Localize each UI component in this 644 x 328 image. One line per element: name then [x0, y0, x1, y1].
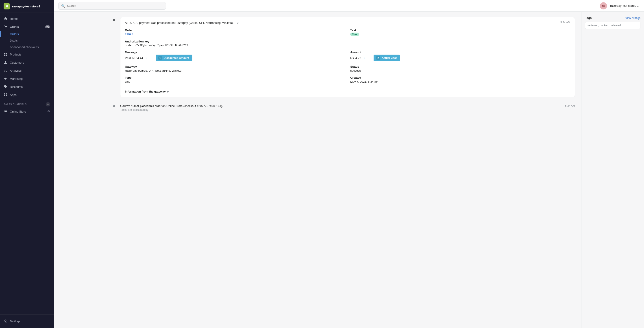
discounts-label: Discounts — [10, 85, 23, 89]
message-annotation-row: Paid INR 4.44 ← 1 Discounted Amount — [125, 55, 345, 61]
annotation1-label: Discounted Amount — [164, 56, 189, 60]
payment-chevron-button[interactable]: ▾ — [236, 21, 240, 25]
detail-message: Message Paid INR 4.44 ← 1 Discounted Amo… — [125, 51, 345, 61]
order-placed-sub: Taxes are calculated by — [120, 108, 223, 111]
auth-key-label: Authorization key — [125, 40, 570, 43]
add-sales-channel-button[interactable]: + — [46, 102, 50, 106]
status-label: Status — [350, 65, 570, 68]
order-link[interactable]: #1095 — [125, 33, 133, 36]
products-icon — [4, 52, 8, 56]
marketing-icon — [4, 77, 8, 81]
amount-label: Amount — [350, 51, 570, 54]
order-placed-text: Gaurav Kumar placed this order on Online… — [120, 104, 223, 111]
sidebar-item-orders[interactable]: Orders 95 — [0, 23, 54, 31]
info-chevron-icon: ▶ — [167, 90, 169, 93]
sidebar-item-apps[interactable]: Apps — [0, 91, 54, 99]
annotation1-arrow: ← — [145, 56, 149, 60]
user-avatar[interactable]: rA — [600, 2, 607, 10]
order-placed-title: Gaurav Kumar placed this order on Online… — [120, 104, 223, 108]
info-gateway-toggle[interactable]: Information from the gateway ▶ — [125, 87, 570, 93]
detail-test: Test True — [350, 29, 570, 36]
sidebar-orders-label: Orders — [10, 25, 19, 29]
message-value: Paid INR 4.44 — [125, 56, 143, 60]
main-wrapper: A Rs. 4.72 payment was processed on Razo… — [108, 12, 644, 328]
svg-rect-5 — [6, 93, 7, 95]
topbar: 🔍 rA razorpay-test-store2 ... — [54, 0, 644, 12]
sidebar-nav: Home Orders 95 Orders Drafts Abandoned c… — [0, 13, 54, 314]
search-bar[interactable]: 🔍 — [58, 2, 166, 10]
sidebar-item-products[interactable]: Products — [0, 50, 54, 58]
main-content: A Rs. 4.72 payment was processed on Razo… — [108, 12, 581, 328]
detail-status: Status success — [350, 65, 570, 72]
sidebar-footer: Settings — [0, 314, 54, 328]
timeline-dot-order — [112, 105, 116, 108]
detail-auth-key: Authorization key order_H7r2EybzLnVyyoIp… — [125, 40, 570, 47]
payment-title: A Rs. 4.72 payment was processed on Razo… — [125, 21, 234, 25]
settings-label: Settings — [10, 320, 20, 323]
search-icon: 🔍 — [61, 4, 65, 8]
customers-label: Customers — [10, 61, 24, 64]
customers-icon — [4, 60, 8, 65]
svg-rect-1 — [6, 53, 7, 54]
annotation2-arrow: ← — [363, 56, 367, 60]
detail-gateway: Gateway Razorpay (Cards, UPI, NetBanking… — [125, 65, 345, 72]
annotation2-bubble: 2 Actual Cost — [374, 55, 400, 61]
sidebar-item-online-store[interactable]: Online Store — [0, 107, 54, 115]
timeline-item-payment: A Rs. 4.72 payment was processed on Razo… — [120, 17, 575, 97]
apps-icon — [4, 93, 8, 97]
svg-rect-4 — [4, 93, 6, 95]
svg-rect-3 — [6, 55, 7, 56]
sidebar-item-discounts[interactable]: Discounts — [0, 83, 54, 91]
search-input[interactable] — [67, 4, 163, 8]
payment-details-grid: Order #1095 Test True — [125, 29, 570, 83]
sidebar-item-settings[interactable]: Settings — [0, 317, 54, 325]
tags-title: Tags — [585, 16, 592, 20]
orders-submenu: Orders Drafts Abandoned checkouts — [0, 31, 54, 50]
sidebar-item-drafts[interactable]: Drafts — [10, 37, 54, 44]
payment-header-left: A Rs. 4.72 payment was processed on Razo… — [125, 21, 558, 25]
sidebar-item-orders-sub[interactable]: Orders — [10, 31, 54, 37]
gateway-value: Razorpay (Cards, UPI, NetBanking, Wallet… — [125, 69, 345, 72]
message-label: Message — [125, 51, 345, 54]
tags-input[interactable] — [585, 22, 640, 29]
tags-section-header: Tags View all tags — [585, 16, 640, 20]
order-label: Order — [125, 29, 345, 32]
gateway-label: Gateway — [125, 65, 345, 68]
amount-value: Rs. 4.72 — [350, 56, 361, 60]
test-badge: True — [350, 33, 359, 36]
payment-header: A Rs. 4.72 payment was processed on Razo… — [125, 21, 570, 25]
topbar-store-name[interactable]: razorpay-test-store2 ... — [610, 4, 640, 8]
orders-sub-label: Orders — [10, 32, 19, 36]
abandoned-label: Abandoned checkouts — [10, 45, 39, 49]
created-value: May 7, 2021, 5:34 am — [350, 80, 570, 83]
payment-time: 5:34 AM — [560, 21, 570, 24]
sidebar: razorpay-test-store2 Home Orders 95 Orde… — [0, 0, 54, 328]
payment-card: A Rs. 4.72 payment was processed on Razo… — [120, 17, 575, 97]
test-value: True — [350, 33, 570, 36]
shopify-logo — [4, 3, 10, 10]
test-label: Test — [350, 29, 570, 32]
sidebar-item-marketing[interactable]: Marketing — [0, 75, 54, 83]
online-store-eye-icon — [47, 110, 50, 113]
sidebar-item-home[interactable]: Home — [0, 15, 54, 23]
products-label: Products — [10, 53, 21, 56]
marketing-label: Marketing — [10, 77, 23, 80]
orders-badge: 95 — [45, 25, 50, 28]
detail-type: Type sale — [125, 76, 345, 83]
sales-channels-label: SALES CHANNELS — [4, 103, 27, 106]
sidebar-item-abandoned[interactable]: Abandoned checkouts — [10, 44, 54, 50]
order-value: #1095 — [125, 33, 345, 36]
sidebar-item-analytics[interactable]: Analytics — [0, 67, 54, 75]
online-store-label: Online Store — [10, 110, 26, 113]
view-all-tags-link[interactable]: View all tags — [626, 17, 640, 20]
created-label: Created — [350, 76, 570, 79]
svg-rect-0 — [4, 53, 6, 54]
sidebar-item-customers[interactable]: Customers — [0, 58, 54, 67]
annotation2-label: Actual Cost — [382, 56, 397, 60]
detail-order: Order #1095 — [125, 29, 345, 36]
status-value: success — [350, 69, 570, 72]
annotation1-bubble: 1 Discounted Amount — [156, 55, 192, 61]
svg-rect-7 — [6, 95, 7, 96]
apps-label: Apps — [10, 93, 16, 97]
detail-created: Created May 7, 2021, 5:34 am — [350, 76, 570, 83]
